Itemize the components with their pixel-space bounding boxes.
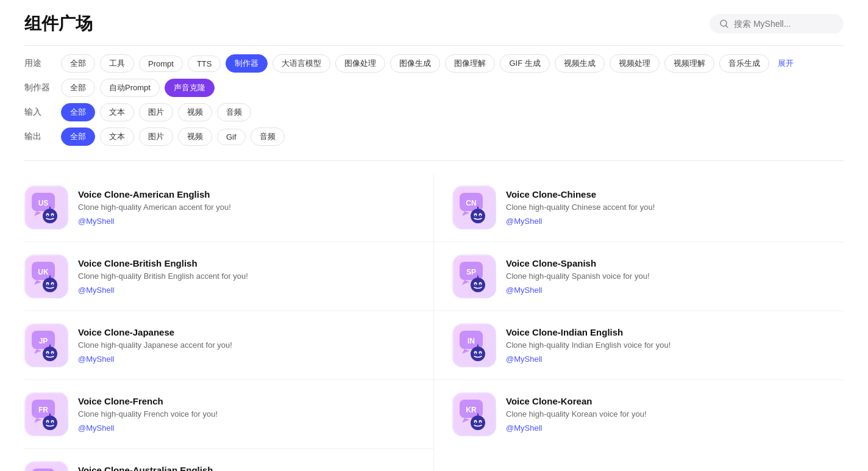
item-title: Voice Clone-Spanish xyxy=(506,258,844,268)
svg-point-88 xyxy=(475,422,476,423)
filters-section: 用途 全部工具PromptTTS制作器大语言模型图像处理图像生成图像理解GIF … xyxy=(0,46,868,160)
search-input[interactable] xyxy=(734,19,834,29)
item-card: SP Voice Clone-SpanishClone high-quality… xyxy=(434,242,844,311)
item-info: Voice Clone-KoreanClone high-quality Kor… xyxy=(506,396,844,433)
svg-point-65 xyxy=(471,278,485,292)
item-info: Voice Clone-American EnglishClone high-q… xyxy=(78,189,415,226)
item-title: Voice Clone-Japanese xyxy=(78,327,415,337)
svg-text:US: US xyxy=(38,199,49,207)
svg-text:JP: JP xyxy=(39,337,48,345)
svg-point-79 xyxy=(480,353,481,354)
item-desc: Clone high-quality Indian English voice … xyxy=(506,340,844,351)
svg-point-58 xyxy=(475,215,476,216)
input-tag[interactable]: 文本 xyxy=(100,103,134,121)
left-column: US Voice Clone-American EnglishClone hig… xyxy=(24,173,434,471)
maker-tag[interactable]: 全部 xyxy=(61,79,95,97)
search-icon xyxy=(719,19,729,29)
input-tag[interactable]: 全部 xyxy=(61,103,95,121)
item-author[interactable]: @MyShell xyxy=(78,286,415,295)
output-tag[interactable]: 文本 xyxy=(100,128,134,146)
item-author[interactable]: @MyShell xyxy=(78,423,415,433)
item-author[interactable]: @MyShell xyxy=(78,354,415,364)
item-card: JP Voice Clone-JapaneseClone high-qualit… xyxy=(24,311,434,380)
svg-text:UK: UK xyxy=(38,268,49,276)
use-tag[interactable]: 视频理解 xyxy=(664,54,714,73)
use-tag[interactable]: Prompt xyxy=(139,56,183,72)
use-tag[interactable]: 大语言模型 xyxy=(272,54,330,73)
use-label: 用途 xyxy=(24,58,55,69)
output-tag[interactable]: 图片 xyxy=(139,128,173,146)
item-author[interactable]: @MyShell xyxy=(506,217,844,226)
svg-point-21 xyxy=(49,273,51,276)
use-tag[interactable]: 全部 xyxy=(61,54,95,73)
svg-point-91 xyxy=(477,411,479,414)
output-label: 输出 xyxy=(24,131,55,142)
input-filter-row: 输入 全部文本图片视频音频 xyxy=(24,103,844,121)
item-desc: Clone high-quality Japanese accent for y… xyxy=(78,340,415,351)
item-author[interactable]: @MyShell xyxy=(506,354,844,364)
svg-point-85 xyxy=(471,415,485,430)
svg-point-28 xyxy=(47,353,48,354)
expand-button[interactable]: 展开 xyxy=(778,58,794,69)
output-tag[interactable]: 视频 xyxy=(178,128,212,146)
maker-tag[interactable]: 声音克隆 xyxy=(165,79,215,97)
item-info: Voice Clone-ChineseClone high-quality Ch… xyxy=(506,189,844,226)
item-title: Voice Clone-British English xyxy=(78,258,415,268)
item-title: Voice Clone-Indian English xyxy=(506,327,844,337)
use-tag[interactable]: TTS xyxy=(188,56,221,72)
input-tag[interactable]: 图片 xyxy=(139,103,173,121)
svg-point-71 xyxy=(477,273,479,276)
use-tags: 全部工具PromptTTS制作器大语言模型图像处理图像生成图像理解GIF 生成视… xyxy=(61,54,769,73)
use-tag[interactable]: GIF 生成 xyxy=(500,54,549,73)
item-desc: Clone high-quality American accent for y… xyxy=(78,202,415,213)
item-info: Voice Clone-British EnglishClone high-qu… xyxy=(78,258,415,295)
use-tag[interactable]: 视频处理 xyxy=(610,54,660,73)
use-tag[interactable]: 工具 xyxy=(100,54,134,73)
svg-point-8 xyxy=(47,215,48,216)
search-box xyxy=(710,14,844,34)
item-title: Voice Clone-American English xyxy=(78,189,415,200)
item-icon: UK xyxy=(24,254,68,298)
input-tag[interactable]: 音频 xyxy=(217,103,251,121)
use-tag[interactable]: 图像处理 xyxy=(335,54,385,73)
svg-point-78 xyxy=(475,353,476,354)
output-tag[interactable]: 音频 xyxy=(251,128,285,146)
item-card: AUS Voice Clone-Australian EnglishClone … xyxy=(24,449,434,471)
svg-point-29 xyxy=(52,353,53,354)
output-tag[interactable]: Gif xyxy=(217,129,246,145)
output-tag[interactable]: 全部 xyxy=(61,128,95,146)
svg-point-39 xyxy=(52,422,53,423)
item-icon: KR xyxy=(452,392,496,436)
item-info: Voice Clone-Australian EnglishClone high… xyxy=(78,465,415,471)
item-info: Voice Clone-FrenchClone high-quality Fre… xyxy=(78,396,415,433)
item-author[interactable]: @MyShell xyxy=(506,423,844,433)
maker-tag[interactable]: 自动Prompt xyxy=(100,79,160,97)
svg-point-38 xyxy=(47,422,48,423)
item-icon: FR xyxy=(24,392,68,436)
item-card: FR Voice Clone-FrenchClone high-quality … xyxy=(24,380,434,449)
use-tag[interactable]: 视频生成 xyxy=(555,54,605,73)
item-card: CN Voice Clone-ChineseClone high-quality… xyxy=(434,173,844,242)
item-author[interactable]: @MyShell xyxy=(506,286,844,295)
item-icon: AUS xyxy=(24,461,68,471)
item-info: Voice Clone-Indian EnglishClone high-qua… xyxy=(506,327,844,364)
maker-filter-row: 制作器 全部自动Prompt声音克隆 xyxy=(24,79,844,97)
input-tags: 全部文本图片视频音频 xyxy=(61,103,251,121)
svg-point-61 xyxy=(477,204,479,207)
maker-label: 制作器 xyxy=(24,82,55,93)
svg-point-69 xyxy=(480,284,481,285)
input-tag[interactable]: 视频 xyxy=(178,103,212,121)
svg-text:SP: SP xyxy=(466,268,476,276)
item-author[interactable]: @MyShell xyxy=(78,217,415,226)
use-tag[interactable]: 图像理解 xyxy=(445,54,495,73)
item-desc: Clone high-quality Chinese accent for yo… xyxy=(506,202,844,213)
svg-point-31 xyxy=(49,342,51,345)
item-card: KR Voice Clone-KoreanClone high-quality … xyxy=(434,380,844,448)
use-tag[interactable]: 音乐生成 xyxy=(719,54,769,73)
use-tag[interactable]: 制作器 xyxy=(226,54,268,73)
svg-point-89 xyxy=(480,422,481,423)
right-column: CN Voice Clone-ChineseClone high-quality… xyxy=(434,173,844,471)
svg-point-19 xyxy=(52,284,53,285)
use-filter-row: 用途 全部工具PromptTTS制作器大语言模型图像处理图像生成图像理解GIF … xyxy=(24,54,844,73)
use-tag[interactable]: 图像生成 xyxy=(390,54,440,73)
